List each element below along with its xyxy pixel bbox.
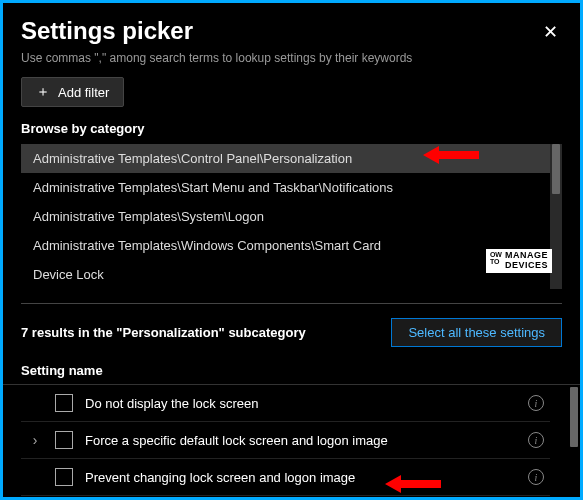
page-subtitle: Use commas "," among search terms to loo… [3,51,580,77]
setting-label: Prevent changing lock screen and logon i… [85,470,516,485]
category-list: Administrative Templates\Control Panel\P… [21,144,562,289]
results-summary: 7 results in the "Personalization" subca… [21,325,306,340]
category-item-smartcard[interactable]: Administrative Templates\Windows Compone… [21,231,550,260]
close-button[interactable]: ✕ [539,17,562,47]
setting-checkbox[interactable] [55,394,73,412]
setting-row[interactable]: ✓ Prevent enabling lock screen camera i [21,496,550,500]
category-item-logon[interactable]: Administrative Templates\System\Logon [21,202,550,231]
watermark: OW TO MANAGE DEVICES [486,249,552,273]
setting-name-column-header: Setting name [3,357,580,385]
setting-row[interactable]: › Force a specific default lock screen a… [21,422,550,459]
select-all-button[interactable]: Select all these settings [391,318,562,347]
category-item-personalization[interactable]: Administrative Templates\Control Panel\P… [21,144,550,173]
category-scrollbar[interactable] [552,144,560,194]
category-item-notifications[interactable]: Administrative Templates\Start Menu and … [21,173,550,202]
plus-icon: ＋ [36,83,50,101]
divider [21,303,562,304]
setting-label: Force a specific default lock screen and… [85,433,516,448]
browse-by-category-label: Browse by category [3,121,580,144]
info-icon[interactable]: i [528,469,544,485]
add-filter-button[interactable]: ＋ Add filter [21,77,124,107]
category-item-devicelock[interactable]: Device Lock [21,260,550,289]
settings-scrollbar[interactable] [570,387,578,447]
setting-checkbox[interactable] [55,431,73,449]
info-icon[interactable]: i [528,395,544,411]
add-filter-label: Add filter [58,85,109,100]
chevron-right-icon[interactable]: › [33,432,38,448]
setting-row[interactable]: Do not display the lock screen i [21,385,550,422]
setting-checkbox[interactable] [55,468,73,486]
info-icon[interactable]: i [528,432,544,448]
setting-row[interactable]: Prevent changing lock screen and logon i… [21,459,550,496]
page-title: Settings picker [21,17,193,45]
setting-label: Do not display the lock screen [85,396,516,411]
close-icon: ✕ [543,22,558,42]
